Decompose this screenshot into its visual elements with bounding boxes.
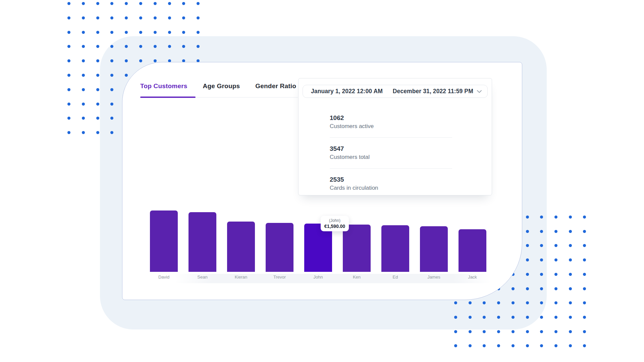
tooltip-name: (John) bbox=[329, 218, 340, 223]
divider bbox=[330, 137, 452, 138]
date-range-start: January 1, 2022 12:00 AM bbox=[311, 88, 383, 95]
stat-customers-active: 1062 Customers active bbox=[330, 114, 452, 130]
bar-james[interactable] bbox=[420, 226, 448, 272]
stat-value: 1062 bbox=[330, 114, 452, 122]
stats-list: 1062 Customers active 3547 Customers tot… bbox=[330, 114, 452, 192]
bar-label: Ken bbox=[337, 275, 376, 280]
bar-label: Jack bbox=[453, 275, 492, 280]
stat-label: Customers active bbox=[330, 122, 452, 130]
chevron-down-icon bbox=[477, 90, 482, 93]
bar-label: Trevor bbox=[260, 275, 299, 280]
stat-value: 2535 bbox=[330, 176, 452, 183]
bar-jack[interactable] bbox=[459, 229, 486, 272]
bar-label: Kieran bbox=[222, 275, 260, 280]
bar-david[interactable] bbox=[150, 210, 178, 272]
bar-kieran[interactable] bbox=[227, 222, 255, 272]
stat-cards-in-circulation: 2535 Cards in circulation bbox=[330, 176, 452, 192]
bar-tooltip: (John) €1,590.00 bbox=[321, 216, 349, 231]
bar-ken[interactable] bbox=[343, 225, 371, 272]
bar-trevor[interactable] bbox=[266, 223, 293, 272]
bar-label: Ed bbox=[376, 275, 415, 280]
active-tab-underline bbox=[140, 97, 196, 98]
bar-label: James bbox=[415, 275, 453, 280]
date-range-end: December 31, 2022 11:59 PM bbox=[393, 88, 473, 95]
stat-label: Cards in circulation bbox=[330, 184, 452, 192]
bar-label: Sean bbox=[183, 275, 222, 280]
bar-ed[interactable] bbox=[381, 225, 409, 272]
stat-value: 3547 bbox=[330, 145, 452, 153]
bar-label: John bbox=[299, 275, 337, 280]
page: Top Customers Age Groups Gender Ratio Da… bbox=[0, 0, 644, 362]
stat-customers-total: 3547 Customers total bbox=[330, 145, 452, 161]
date-stats-panel: January 1, 2022 12:00 AM December 31, 20… bbox=[298, 78, 492, 195]
bar-label: David bbox=[145, 275, 183, 280]
bar-sean[interactable] bbox=[189, 212, 216, 272]
divider bbox=[330, 168, 452, 169]
stat-label: Customers total bbox=[330, 153, 452, 161]
date-range-picker[interactable]: January 1, 2022 12:00 AM December 31, 20… bbox=[303, 85, 488, 98]
tooltip-value: €1,590.00 bbox=[324, 223, 345, 229]
